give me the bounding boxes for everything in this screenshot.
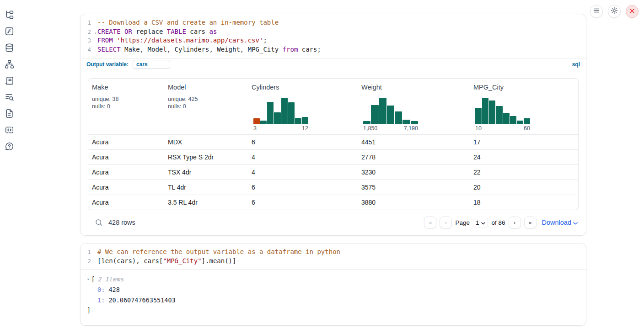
histogram-bar	[510, 116, 516, 124]
histogram-bar	[482, 98, 488, 124]
line-number: 2	[80, 257, 97, 266]
table-row[interactable]: Acura3.5 RL 4dr6388018	[88, 195, 578, 210]
download-label: Download	[542, 219, 572, 226]
table-row[interactable]: AcuraMDX6445117	[88, 134, 578, 149]
line-number: 1	[80, 248, 97, 257]
language-badge: sql	[572, 61, 580, 68]
table-header: Makeunique: 38nulls: 0Modelunique: 425nu…	[88, 79, 578, 134]
page-number-value: 1	[476, 219, 479, 226]
column-header-mpg_city[interactable]: MPG_City1060	[470, 79, 579, 134]
column-header-weight[interactable]: Weight1,8507,190	[358, 79, 470, 134]
histogram-bar	[395, 111, 402, 124]
column-header-model[interactable]: Modelunique: 425nulls: 0	[164, 79, 248, 134]
histogram-bar	[411, 121, 418, 124]
code-text: # We can reference the output variable a…	[97, 248, 340, 257]
helper-panel-sidebar	[4, 10, 14, 151]
column-histogram[interactable]: 1060	[475, 98, 530, 132]
histogram-bars	[253, 98, 308, 124]
table-cell: 3880	[358, 199, 470, 206]
table-row[interactable]: AcuraTSX 4dr4323022	[88, 164, 578, 180]
histogram-bar	[274, 112, 280, 124]
chevron-down-icon	[481, 219, 485, 226]
tree-root-row: ▾ [ 2 Items	[87, 275, 580, 284]
settings-button[interactable]	[608, 5, 621, 18]
menu-icon	[593, 7, 600, 16]
tree-items: 0: 4281: 20.060747663551403	[93, 285, 580, 305]
database-icon[interactable]	[4, 42, 14, 53]
histogram-bar	[260, 121, 267, 124]
column-title: Make	[92, 84, 161, 91]
notebook-actions	[590, 5, 639, 18]
code-line[interactable]: 1-- Download a CSV and create an in-memo…	[80, 18, 586, 27]
code-line[interactable]: 1# We can reference the output variable …	[80, 248, 586, 257]
column-histogram[interactable]: 312	[253, 98, 308, 132]
dependency-graph-icon[interactable]	[4, 59, 14, 69]
histogram-range-labels: 1060	[475, 125, 530, 132]
list-search-icon[interactable]	[4, 92, 14, 102]
table-cell: 2778	[358, 153, 470, 161]
last-page-button[interactable]: »	[524, 217, 537, 228]
items-count-label: 2 Items	[98, 275, 124, 284]
column-stats: unique: 425nulls: 0	[168, 95, 244, 111]
prev-page-button[interactable]: ‹	[440, 217, 452, 228]
histogram-bar	[402, 120, 410, 124]
table-cell: Acura	[88, 184, 164, 191]
histogram-bar	[517, 121, 523, 124]
line-number: 4	[80, 45, 97, 54]
output-variable-input[interactable]	[133, 60, 170, 69]
code-line[interactable]: 4SELECT Make, Model, Cylinders, Weight, …	[80, 45, 586, 54]
download-menu[interactable]: Download	[542, 219, 578, 226]
code-line[interactable]: 3FROM 'https://datasets.marimo.app/cars.…	[80, 36, 586, 45]
python-output-tree: ▾ [ 2 Items 0: 4281: 20.060747663551403 …	[80, 269, 586, 320]
table-footer: 428 rows « ‹ Page 1 of 86 › » Download	[88, 210, 579, 235]
page-number-select[interactable]: 1	[473, 218, 488, 227]
help-icon[interactable]	[4, 141, 14, 151]
table-cell: Acura	[88, 138, 164, 146]
data-table: Makeunique: 38nulls: 0Modelunique: 425nu…	[88, 78, 579, 210]
tree-item-key: 1:	[97, 296, 105, 304]
table-body: AcuraMDX6445117AcuraRSX Type S 2dr427782…	[88, 134, 578, 210]
sql-code-editor[interactable]: 1-- Download a CSV and create an in-memo…	[80, 14, 586, 58]
histogram-bar	[503, 113, 510, 124]
column-title: MPG_City	[473, 84, 576, 91]
column-header-cylinders[interactable]: Cylinders312	[248, 79, 358, 134]
table-row[interactable]: AcuraRSX Type S 2dr4277824	[88, 149, 578, 164]
table-row[interactable]: AcuraTL 4dr6357520	[88, 180, 578, 195]
table-cell: Acura	[88, 169, 164, 176]
document-icon[interactable]	[4, 108, 14, 118]
function-icon[interactable]	[4, 26, 14, 36]
line-number: 2▾	[80, 27, 97, 37]
table-cell: TSX 4dr	[164, 169, 248, 176]
table-cell: TL 4dr	[164, 184, 248, 191]
scroll-icon[interactable]	[4, 75, 14, 85]
sql-cell: 1-- Download a CSV and create an in-memo…	[80, 14, 586, 236]
histogram-range-labels: 312	[253, 125, 308, 132]
first-page-button[interactable]: «	[424, 217, 436, 228]
code-line[interactable]: 2▾CREATE OR replace TABLE cars as	[80, 27, 586, 37]
collapse-chevron-icon[interactable]: ▾	[87, 275, 89, 284]
histogram-bar	[387, 106, 394, 124]
column-header-make[interactable]: Makeunique: 38nulls: 0	[88, 79, 164, 134]
shutdown-button[interactable]	[626, 5, 639, 18]
table-cell: 6	[248, 138, 358, 146]
table-cell: 4	[248, 169, 358, 176]
next-page-button[interactable]: ›	[509, 217, 521, 228]
table-cell: Acura	[88, 199, 164, 206]
menu-button[interactable]	[590, 5, 603, 18]
snippets-icon[interactable]	[4, 125, 14, 135]
code-line[interactable]: 2[len(cars), cars["MPG_City"].mean()]	[80, 257, 586, 266]
histogram-bar	[295, 118, 301, 124]
python-code-editor[interactable]: 1# We can reference the output variable …	[80, 243, 586, 269]
close-bracket: ]	[87, 306, 580, 315]
search-icon[interactable]	[95, 219, 103, 227]
code-text: CREATE OR replace TABLE cars as	[97, 27, 217, 37]
chevron-down-icon	[573, 219, 578, 226]
pagination: « ‹ Page 1 of 86 › »	[424, 217, 536, 228]
column-stats: unique: 38nulls: 0	[92, 95, 161, 111]
code-text: -- Download a CSV and create an in-memor…	[97, 18, 279, 27]
file-tree-icon[interactable]	[4, 10, 14, 20]
histogram-bar	[363, 121, 370, 124]
column-histogram[interactable]: 1,8507,190	[363, 98, 418, 132]
table-cell: 6	[248, 199, 358, 206]
table-cell: 3230	[358, 169, 470, 176]
